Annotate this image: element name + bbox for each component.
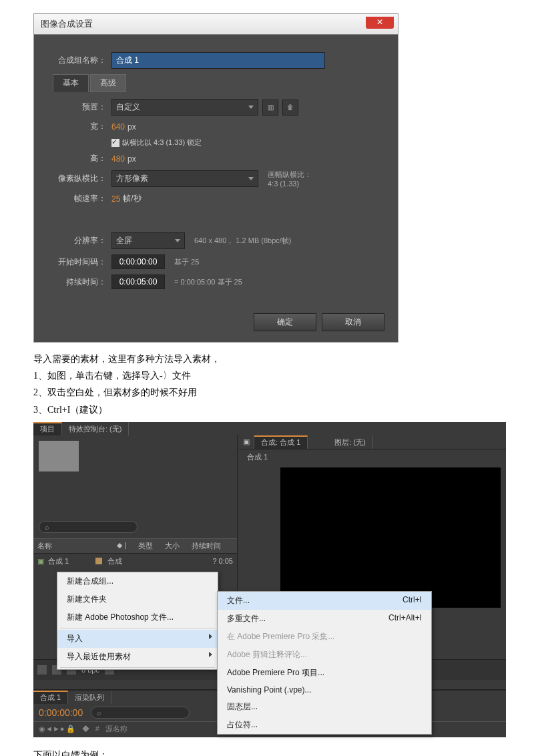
menu-import-recent[interactable]: 导入最近使用素材 [57,648,218,666]
project-columns: 名称 ◆ | 类型 大小 持续时间 [33,538,237,554]
tab-basic[interactable]: 基本 [53,74,89,92]
timeline-tab-render[interactable]: 渲染队列 [68,691,111,704]
submenu-placeholder[interactable]: 占位符... [218,716,431,734]
project-search[interactable]: ⌕ [39,521,138,533]
duration-input[interactable]: 0:00:05:00 [111,274,165,289]
dialog-title-text: 图像合成设置 [41,19,93,29]
framerate-value[interactable]: 25 [111,194,120,204]
lock-aspect-checkbox[interactable] [111,139,119,147]
resolution-info: 640 x 480， 1.2 MB (8bpc/帧) [194,236,292,246]
comp-name-label: 合成组名称： [53,55,106,66]
menu-import[interactable]: 导入 [57,630,218,648]
ok-button[interactable]: 确定 [254,313,316,331]
submenu-file[interactable]: 文件...Ctrl+I [218,592,431,610]
par-select[interactable]: 方形像素 [111,170,258,187]
height-label: 高： [53,153,106,164]
lock-aspect-label: 纵横比以 4:3 (1.33) 锁定 [122,138,202,148]
tab-effects[interactable]: 特效控制台: (无) [62,422,129,435]
close-button[interactable]: ✕ [366,17,394,29]
menu-new-comp[interactable]: 新建合成组... [57,572,218,590]
tab-comp-viewer[interactable]: 合成: 合成 1 [254,435,308,449]
footer-text: 下面以白嫖为例： [33,747,501,756]
menu-new-ps[interactable]: 新建 Adobe Photoshop 文件... [57,608,218,626]
submenu-vpe[interactable]: Vanishing Point (.vpe)... [218,682,431,698]
par-label: 像素纵横比： [53,173,106,184]
duration-label: 持续时间： [53,276,106,288]
dialog-titlebar: 图像合成设置 ✕ [34,14,398,35]
comp-name-input[interactable]: 合成 1 [111,52,325,69]
height-value[interactable]: 480 [111,154,125,164]
composition-settings-dialog: 图像合成设置 ✕ 合成组名称： 合成 1 基本 高级 预置： 自定义 ▥ 🗑 宽… [33,13,398,343]
preview-area [280,467,501,608]
preset-select[interactable]: 自定义 [111,99,258,116]
comp-name-breadcrumb[interactable]: 合成 1 [239,449,506,465]
start-tc-label: 开始时间码： [53,256,106,268]
instruction-text: 导入需要的素材，这里有多种方法导入素材， 1、如图，单击右键，选择导入-〉文件 … [33,351,501,418]
tab-project[interactable]: 项目 [33,422,62,435]
import-submenu: 文件...Ctrl+I 多重文件...Ctrl+Alt+I 在 Adobe Pr… [217,591,432,735]
preset-save-icon[interactable]: ▥ [262,100,278,116]
submenu-solid[interactable]: 固态层... [218,698,431,716]
width-value[interactable]: 640 [111,122,125,132]
tab-layer-viewer[interactable]: 图层: (无) [328,435,372,449]
ae-screenshot: 项目 特效控制台: (无) ⌕ 名称 ◆ | 类型 大小 持续时间 ▣ 合成 1… [33,422,506,736]
submenu-annotation: Adobe 剪辑注释评论... [218,646,431,664]
timeline-tab-comp[interactable]: 合成 1 [33,691,68,704]
start-tc-input[interactable]: 0:00:00:00 [111,254,165,269]
preset-delete-icon[interactable]: 🗑 [282,100,298,116]
submenu-capture: 在 Adobe Premiere Pro 采集... [218,628,431,646]
context-menu: 新建合成组... 新建文件夹 新建 Adobe Photoshop 文件... … [57,572,218,670]
cancel-button[interactable]: 取消 [322,313,384,331]
resolution-label: 分辨率： [53,235,106,246]
timecode[interactable]: 0:00:00:00 [39,707,83,718]
resolution-select[interactable]: 全屏 [111,232,185,249]
toolbar-icon[interactable] [37,665,47,675]
width-label: 宽： [53,121,106,132]
project-item[interactable]: ▣ 合成 1 合成 ? 0:05 [33,554,237,569]
framerate-label: 帧速率： [53,193,106,204]
menu-new-folder[interactable]: 新建文件夹 [57,590,218,608]
preset-label: 预置： [53,102,106,113]
timeline-search[interactable]: ⌕ [91,707,190,719]
tab-advanced[interactable]: 高级 [90,74,126,92]
chevron-right-icon [209,634,212,639]
thumbnail [39,441,79,471]
submenu-multifile[interactable]: 多重文件...Ctrl+Alt+I [218,610,431,628]
chevron-right-icon [209,652,212,657]
submenu-prproj[interactable]: Adobe Premiere Pro 项目... [218,664,431,682]
